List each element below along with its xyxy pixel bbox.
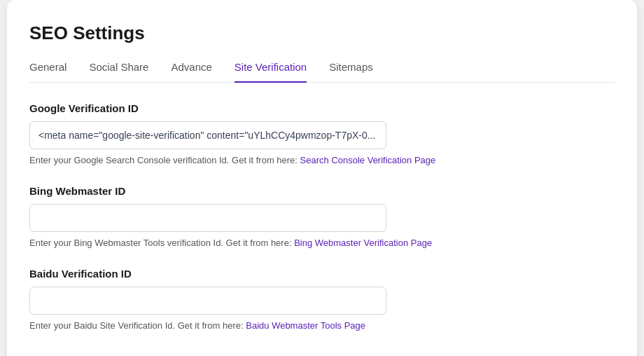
google-field-label: Google Verification ID — [29, 102, 615, 114]
baidu-helper-text: Enter your Baidu Site Verification Id. G… — [29, 320, 615, 331]
baidu-verification-input[interactable] — [29, 287, 386, 315]
google-verification-section: Google Verification ID Enter your Google… — [29, 102, 615, 165]
bing-webmaster-input[interactable] — [29, 204, 386, 232]
tab-general[interactable]: General — [29, 61, 66, 83]
google-helper-text: Enter your Google Search Console verific… — [29, 155, 615, 165]
tab-advance[interactable]: Advance — [171, 61, 211, 83]
bing-verification-link[interactable]: Bing Webmaster Verification Page — [294, 238, 432, 248]
bing-field-label: Bing Webmaster ID — [29, 185, 615, 197]
tab-social-share[interactable]: Social Share — [89, 61, 148, 83]
google-verification-link[interactable]: Search Console Verification Page — [300, 155, 436, 165]
bing-webmaster-section: Bing Webmaster ID Enter your Bing Webmas… — [29, 185, 615, 248]
page-title: SEO Settings — [29, 22, 615, 44]
baidu-field-label: Baidu Verification ID — [29, 268, 615, 280]
settings-card: SEO Settings General Social Share Advanc… — [7, 0, 637, 356]
tab-sitemaps[interactable]: Sitemaps — [329, 61, 373, 83]
bing-helper-text: Enter your Bing Webmaster Tools verifica… — [29, 238, 615, 248]
tab-site-verification[interactable]: Site Verification — [234, 61, 307, 83]
tabs-nav: General Social Share Advance Site Verifi… — [29, 61, 615, 83]
baidu-verification-link[interactable]: Baidu Webmaster Tools Page — [246, 320, 365, 331]
baidu-verification-section: Baidu Verification ID Enter your Baidu S… — [29, 268, 615, 331]
google-verification-input[interactable] — [29, 121, 386, 149]
